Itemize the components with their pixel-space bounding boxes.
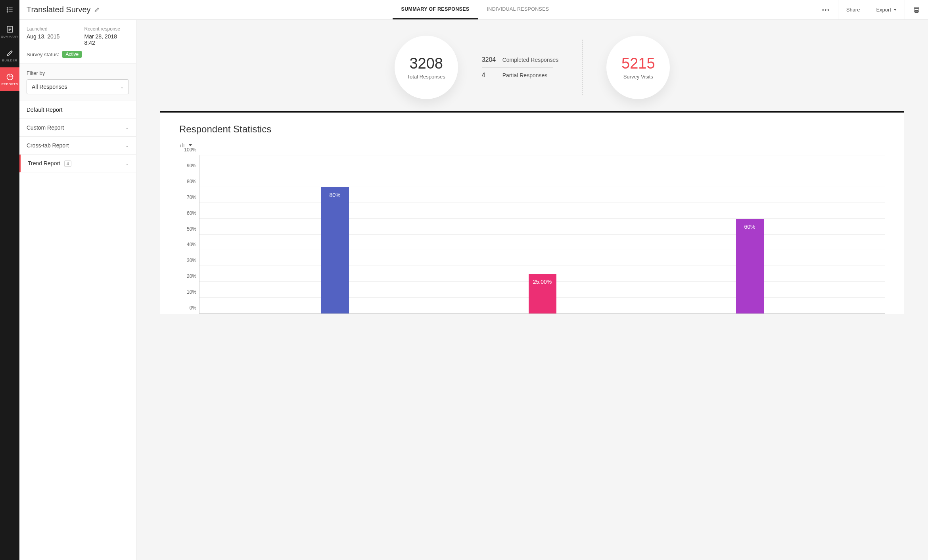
chevron-down-icon: ⌄ <box>120 84 124 90</box>
share-button[interactable]: Share <box>838 0 868 19</box>
nav-summary-label: SUMMARY <box>1 35 18 38</box>
nav-reports-label: REPORTS <box>1 82 18 86</box>
nav-reports[interactable]: REPORTS <box>0 67 19 91</box>
launched-label: Launched <box>27 26 71 32</box>
filter-select[interactable]: All Responses ⌄ <box>27 79 129 94</box>
nav-toggle[interactable] <box>0 0 19 20</box>
list-icon <box>6 6 14 14</box>
bar-label: 60% <box>744 224 755 230</box>
total-responses-label: Total Responses <box>407 74 445 80</box>
filter-selected: All Responses <box>32 84 67 90</box>
bar-1: 80% <box>321 187 349 313</box>
bar-label: 80% <box>329 192 340 198</box>
report-custom[interactable]: Custom Report ⌄ <box>19 119 136 137</box>
nav-builder-label: BUILDER <box>2 59 17 62</box>
y-tick: 0% <box>190 305 199 311</box>
svg-point-2 <box>7 10 8 10</box>
chart-type-selector[interactable] <box>179 142 885 148</box>
filter-label: Filter by <box>27 70 129 76</box>
response-breakdown: 3204 Completed Responses 4 Partial Respo… <box>482 56 559 79</box>
more-menu[interactable]: ••• <box>814 0 838 19</box>
summary-icon <box>6 25 14 33</box>
y-tick: 10% <box>187 289 199 295</box>
caret-down-icon <box>189 144 192 146</box>
tab-summary-responses[interactable]: SUMMARY OF RESPONSES <box>393 0 478 19</box>
export-label: Export <box>876 7 891 13</box>
recent-label: Recent response <box>84 26 129 32</box>
chart-area: 0%10%20%30%40%50%60%70%80%90%100%80%25.0… <box>199 155 885 314</box>
launched-value: Aug 13, 2015 <box>27 33 71 40</box>
bar-2: 25.00% <box>529 274 556 313</box>
chart-title: Respondent Statistics <box>179 124 885 135</box>
partial-label: Partial Responses <box>502 72 548 78</box>
total-responses-num: 3208 <box>409 55 443 72</box>
chevron-down-icon: ⌄ <box>125 125 129 130</box>
pencil-icon <box>6 49 14 57</box>
visits-label: Survey Visits <box>623 74 653 80</box>
edit-title-icon[interactable] <box>94 7 100 13</box>
recent-value: Mar 28, 2018 8:42 <box>84 33 129 46</box>
pie-chart-icon <box>6 73 14 81</box>
nav-summary[interactable]: SUMMARY <box>0 20 19 44</box>
y-tick: 50% <box>187 226 199 232</box>
tabs: SUMMARY OF RESPONSES INDIVIDUAL RESPONSE… <box>136 0 814 19</box>
nav-builder[interactable]: BUILDER <box>0 44 19 67</box>
y-tick: 70% <box>187 195 199 200</box>
stats-row: 3208 Total Responses 3204 Completed Resp… <box>136 20 928 111</box>
content: Launched Aug 13, 2015 Recent response Ma… <box>19 20 928 560</box>
y-tick: 100% <box>184 147 199 153</box>
export-button[interactable]: Export <box>868 0 905 19</box>
report-crosstab[interactable]: Cross-tab Report ⌄ <box>19 137 136 155</box>
print-button[interactable] <box>905 0 928 19</box>
nav-rail: SUMMARY BUILDER REPORTS <box>0 0 19 560</box>
more-icon: ••• <box>822 7 830 13</box>
y-tick: 30% <box>187 258 199 263</box>
partial-num: 4 <box>482 72 498 79</box>
topbar: Translated Survey SUMMARY OF RESPONSES I… <box>19 0 928 20</box>
caret-down-icon <box>893 9 897 11</box>
chevron-down-icon: ⌄ <box>125 143 129 148</box>
bar-3: 60% <box>736 219 764 313</box>
total-responses-circle: 3208 Total Responses <box>395 36 458 99</box>
bar-label: 25.00% <box>533 279 552 285</box>
vertical-divider <box>582 40 583 95</box>
status-badge: Active <box>62 51 82 58</box>
report-custom-label: Custom Report <box>27 124 64 131</box>
report-default[interactable]: Default Report <box>19 101 136 119</box>
y-tick: 40% <box>187 242 199 247</box>
survey-visits-circle: 5215 Survey Visits <box>606 36 670 99</box>
svg-point-0 <box>7 8 8 8</box>
side-panel: Launched Aug 13, 2015 Recent response Ma… <box>19 20 136 560</box>
y-tick: 20% <box>187 273 199 279</box>
canvas: 3208 Total Responses 3204 Completed Resp… <box>136 20 928 560</box>
tab-individual-responses[interactable]: INDIVIDUAL RESPONSES <box>478 0 558 19</box>
report-trend[interactable]: Trend Report 4 ⌄ <box>19 155 136 172</box>
chevron-down-icon: ⌄ <box>125 161 129 166</box>
divider <box>482 67 553 68</box>
status-label: Survey status: <box>27 52 59 57</box>
print-icon <box>913 6 920 13</box>
y-tick: 90% <box>187 163 199 168</box>
filter-block: Filter by All Responses ⌄ <box>19 64 136 101</box>
report-trend-label: Trend Report <box>28 160 60 166</box>
bars: 80%25.00%60% <box>199 155 885 313</box>
survey-title: Translated Survey <box>27 5 91 14</box>
main: Translated Survey SUMMARY OF RESPONSES I… <box>19 0 928 560</box>
completed-label: Completed Responses <box>502 57 559 63</box>
y-tick: 60% <box>187 210 199 216</box>
report-crosstab-label: Cross-tab Report <box>27 142 69 149</box>
info-block: Launched Aug 13, 2015 Recent response Ma… <box>19 20 136 64</box>
svg-point-4 <box>7 11 8 12</box>
completed-num: 3204 <box>482 56 498 63</box>
trend-count-badge: 4 <box>64 161 71 167</box>
report-list: Default Report Custom Report ⌄ Cross-tab… <box>19 101 136 172</box>
top-actions: ••• Share Export <box>814 0 928 19</box>
respondent-stats-card: Respondent Statistics 0%10%20%30%40%50%6… <box>160 111 904 314</box>
survey-title-area: Translated Survey <box>19 0 136 19</box>
y-tick: 80% <box>187 179 199 184</box>
visits-num: 5215 <box>621 55 655 72</box>
